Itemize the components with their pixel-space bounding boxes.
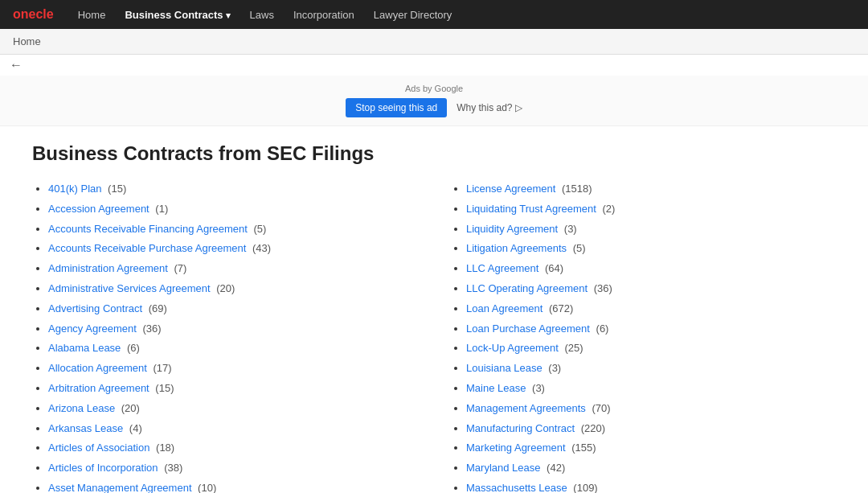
- contract-link[interactable]: Louisiana Lease: [466, 362, 542, 374]
- nav-item-incorporation[interactable]: Incorporation: [285, 4, 362, 26]
- list-item: Arizona Lease (20): [48, 401, 418, 417]
- contract-link[interactable]: Advertising Contract: [48, 302, 142, 314]
- contract-link[interactable]: 401(k) Plan: [48, 183, 101, 195]
- contract-count: (15): [153, 382, 174, 394]
- list-item: Loan Purchase Agreement (6): [466, 321, 836, 338]
- contract-link[interactable]: LLC Operating Agreement: [466, 282, 588, 294]
- contract-count: (6): [593, 323, 609, 335]
- list-item: Management Agreements (70): [466, 401, 836, 417]
- navbar: onecle Home Business Contracts Laws Inco…: [0, 0, 868, 29]
- breadcrumb-home-link[interactable]: Home: [13, 35, 41, 47]
- list-item: Lock-Up Agreement (25): [466, 340, 836, 357]
- list-item: License Agreement (1518): [466, 181, 836, 198]
- contract-link[interactable]: Accounts Receivable Purchase Agreement: [48, 242, 246, 254]
- nav-item-lawyer-directory[interactable]: Lawyer Directory: [366, 4, 461, 26]
- contract-count: (42): [544, 462, 566, 474]
- contract-link[interactable]: Administrative Services Agreement: [48, 282, 211, 294]
- nav-item-business-contracts[interactable]: Business Contracts: [117, 4, 238, 26]
- list-item: Accession Agreement (1): [48, 201, 418, 218]
- contract-link[interactable]: Management Agreements: [466, 402, 586, 414]
- nav-links: Home Business Contracts Laws Incorporati…: [70, 4, 461, 26]
- breadcrumb: Home: [0, 29, 868, 55]
- contract-link[interactable]: Accession Agreement: [48, 203, 149, 215]
- contract-link[interactable]: Marketing Agreement: [466, 442, 566, 454]
- logo-part2: cle: [35, 7, 53, 21]
- ad-area: Ads by Google Stop seeing this ad Why th…: [0, 76, 868, 126]
- contract-count: (672): [546, 302, 573, 314]
- list-item: Maryland Lease (42): [466, 460, 836, 477]
- contract-link[interactable]: Maine Lease: [466, 382, 526, 394]
- list-item: Administration Agreement (7): [48, 261, 418, 277]
- contract-link[interactable]: Asset Management Agreement: [48, 482, 192, 493]
- list-item: Asset Management Agreement (10): [48, 480, 418, 493]
- contract-link[interactable]: Massachusetts Lease: [466, 482, 567, 493]
- list-item: Articles of Association (18): [48, 440, 418, 457]
- nav-item-laws[interactable]: Laws: [242, 4, 282, 26]
- list-item: Louisiana Lease (3): [466, 360, 836, 377]
- list-item: Advertising Contract (69): [48, 301, 418, 318]
- stop-seeing-ad-button[interactable]: Stop seeing this ad: [346, 98, 447, 117]
- list-item: Marketing Agreement (155): [466, 440, 836, 457]
- list-item: Litigation Agreements (5): [466, 240, 836, 257]
- contract-count: (64): [542, 262, 563, 274]
- list-item: Massachusetts Lease (109): [466, 480, 836, 493]
- left-column: 401(k) Plan (15)Accession Agreement (1)A…: [32, 181, 418, 493]
- contract-count: (36): [140, 323, 162, 335]
- contract-link[interactable]: Accounts Receivable Financing Agreement: [48, 223, 248, 235]
- contract-link[interactable]: Administration Agreement: [48, 262, 168, 274]
- contract-link[interactable]: Loan Agreement: [466, 302, 542, 314]
- list-item: Administrative Services Agreement (20): [48, 281, 418, 298]
- list-item: Articles of Incorporation (38): [48, 460, 418, 477]
- contract-count: (1): [153, 203, 169, 215]
- contract-count: (43): [249, 242, 271, 254]
- contract-link[interactable]: Manufacturing Contract: [466, 422, 575, 434]
- contract-link[interactable]: License Agreement: [466, 183, 555, 195]
- contract-link[interactable]: Arbitration Agreement: [48, 382, 149, 394]
- list-item: Loan Agreement (672): [466, 301, 836, 318]
- contract-link[interactable]: Maryland Lease: [466, 462, 541, 474]
- page-title: Business Contracts from SEC Filings: [32, 142, 836, 165]
- contract-count: (15): [104, 183, 126, 195]
- contract-link[interactable]: Arkansas Lease: [48, 422, 123, 434]
- contract-link[interactable]: Arizona Lease: [48, 402, 115, 414]
- list-item: Liquidating Trust Agreement (2): [466, 201, 836, 218]
- contract-count: (3): [529, 382, 545, 394]
- list-item: Accounts Receivable Financing Agreement …: [48, 221, 418, 238]
- why-this-ad-link[interactable]: Why this ad? ▷: [457, 102, 522, 113]
- contract-link[interactable]: Lock-Up Agreement: [466, 342, 559, 354]
- nav-item-home[interactable]: Home: [70, 4, 114, 26]
- contract-count: (18): [153, 442, 174, 454]
- contract-link[interactable]: Loan Purchase Agreement: [466, 323, 590, 335]
- contract-count: (5): [570, 242, 586, 254]
- contract-link[interactable]: Articles of Association: [48, 442, 149, 454]
- contract-link[interactable]: Articles of Incorporation: [48, 462, 158, 474]
- logo[interactable]: onecle: [13, 7, 54, 22]
- contract-count: (6): [124, 342, 140, 354]
- contract-count: (25): [562, 342, 583, 354]
- contract-count: (5): [251, 223, 267, 235]
- contracts-grid: 401(k) Plan (15)Accession Agreement (1)A…: [32, 181, 836, 493]
- contract-link[interactable]: Allocation Agreement: [48, 362, 147, 374]
- contract-count: (1518): [559, 183, 592, 195]
- list-item: Manufacturing Contract (220): [466, 421, 836, 438]
- list-item: Arkansas Lease (4): [48, 421, 418, 438]
- contract-link[interactable]: Liquidity Agreement: [466, 223, 558, 235]
- contract-count: (36): [591, 282, 612, 294]
- list-item: Alabama Lease (6): [48, 340, 418, 357]
- contract-count: (109): [571, 482, 598, 493]
- contract-count: (155): [569, 442, 596, 454]
- contract-link[interactable]: Alabama Lease: [48, 342, 121, 354]
- contract-count: (20): [118, 402, 140, 414]
- contract-count: (20): [214, 282, 235, 294]
- contract-link[interactable]: Litigation Agreements: [466, 242, 567, 254]
- contract-link[interactable]: Liquidating Trust Agreement: [466, 203, 596, 215]
- list-item: Agency Agreement (36): [48, 321, 418, 338]
- list-item: 401(k) Plan (15): [48, 181, 418, 198]
- logo-part1: one: [13, 7, 35, 21]
- contract-link[interactable]: LLC Agreement: [466, 262, 538, 274]
- contract-count: (7): [171, 262, 187, 274]
- list-item: LLC Operating Agreement (36): [466, 281, 836, 298]
- back-arrow[interactable]: ←: [0, 55, 868, 76]
- ad-label: Ads by Google: [8, 84, 860, 93]
- contract-link[interactable]: Agency Agreement: [48, 323, 137, 335]
